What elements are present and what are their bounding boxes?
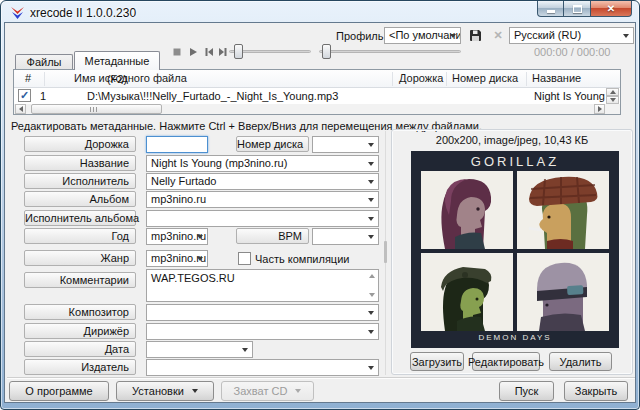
field-label-artist[interactable]: Исполнитель [24, 173, 136, 189]
load-artwork-button[interactable]: Загрузить [410, 352, 464, 371]
title-select[interactable]: Night Is Young (mp3nino.ru) [146, 155, 379, 172]
album-art-subtitle: DEMON DAYS [411, 333, 619, 342]
arrow-right-icon [598, 106, 602, 112]
genre-select[interactable]: mp3nino.ru [146, 250, 208, 267]
compilation-checkbox[interactable] [238, 252, 251, 265]
character-2d [517, 171, 609, 249]
field-label-disc[interactable]: Номер диска [236, 136, 309, 152]
field-label-album[interactable]: Альбом [24, 191, 136, 207]
next-track-button[interactable] [217, 46, 229, 58]
maximize-button[interactable] [564, 1, 590, 17]
column-header-title[interactable]: Название [532, 72, 581, 84]
chevron-down-icon [192, 389, 198, 393]
grip-icon [90, 107, 91, 112]
cd-rip-button: Захват CD [221, 381, 314, 401]
field-label-album-artist[interactable]: Исполнитель альбома [24, 210, 136, 226]
chevron-down-icon [450, 34, 456, 38]
scroll-down-button[interactable] [606, 96, 619, 104]
delete-artwork-button[interactable]: Удалить [549, 352, 612, 371]
composer-select[interactable] [146, 304, 379, 321]
field-label-date[interactable]: Дата [24, 341, 136, 357]
table-row[interactable]: ✓ 1 D:\Музыка\!!!Nelly_Furtado_-_Night_I… [14, 88, 620, 104]
minimize-button[interactable] [537, 1, 564, 17]
language-select[interactable]: Русский (RU) [509, 27, 634, 44]
chevron-down-icon [368, 143, 374, 147]
settings-label: Установки [132, 385, 184, 397]
about-button[interactable]: О программе [9, 381, 109, 401]
profile-label: Профиль [336, 30, 384, 42]
row-title: Night Is Young (mp3nino.ru) [534, 90, 605, 102]
window-controls: ✕ [537, 1, 632, 17]
character-murdoc [421, 171, 513, 249]
app-window: xrecode II 1.0.0.230 ✕ Профиль <По умолч… [0, 0, 640, 410]
column-header-disc[interactable]: Номер диска [452, 72, 518, 84]
horizontal-scrollbar[interactable] [14, 104, 620, 114]
column-header-track[interactable]: Дорожка [399, 72, 443, 84]
date-select[interactable] [146, 341, 253, 358]
disc-select[interactable] [312, 136, 379, 153]
delete-profile-button[interactable]: ✕ [490, 27, 506, 44]
conductor-select[interactable] [146, 323, 379, 340]
previous-track-button[interactable] [203, 46, 215, 58]
save-profile-button[interactable] [467, 27, 484, 44]
close-icon: ✕ [607, 2, 615, 16]
save-icon [469, 29, 482, 42]
stop-button[interactable] [171, 46, 183, 58]
artist-select[interactable]: Nelly Furtado [146, 173, 379, 190]
album-art-title: GORILLAZ [411, 154, 619, 169]
play-button[interactable] [187, 46, 199, 58]
field-label-conductor[interactable]: Дирижёр [24, 323, 136, 339]
scroll-left-button[interactable] [15, 104, 26, 114]
chevron-down-icon [368, 180, 374, 184]
album-art[interactable]: GORILLAZ [411, 151, 619, 348]
chevron-down-icon [242, 348, 248, 352]
column-header-filename[interactable]: Имя исходного файла [74, 72, 187, 84]
publisher-select[interactable] [146, 359, 379, 376]
start-button[interactable]: Пуск [499, 381, 554, 401]
scrollbar-thumb[interactable] [31, 104, 162, 114]
field-label-publisher[interactable]: Издатель [24, 359, 136, 375]
close-app-button[interactable]: Закрыть [564, 381, 628, 401]
column-header-num[interactable]: # [25, 72, 31, 84]
field-label-composer[interactable]: Композитор [24, 304, 136, 320]
character-noodle [421, 253, 513, 331]
volume-slider-thumb[interactable] [322, 44, 331, 59]
edit-artwork-button[interactable]: Редактировать [472, 352, 540, 371]
character-russel [517, 253, 609, 331]
chevron-down-icon [368, 235, 374, 239]
splitter-handle[interactable] [384, 241, 387, 263]
close-button[interactable]: ✕ [590, 1, 632, 17]
comments-textarea[interactable]: WAP.TEGOS.RU [146, 269, 379, 302]
album-artist-select[interactable] [146, 210, 379, 227]
tab-metadata[interactable]: Метаданные (F2) [74, 51, 160, 70]
seek-slider[interactable] [229, 50, 311, 53]
row-filename: D:\Музыка\!!!Nelly_Furtado_-_Night_Is_Yo… [87, 90, 338, 102]
field-label-comments[interactable]: Комментарии [24, 272, 136, 288]
field-label-title[interactable]: Название [24, 155, 136, 171]
year-select[interactable]: mp3nino.ru [146, 228, 208, 245]
bpm-select[interactable] [312, 228, 379, 245]
seek-slider-thumb[interactable] [234, 44, 243, 59]
row-checkbox[interactable]: ✓ [18, 89, 31, 102]
arrow-up-icon[interactable] [369, 274, 375, 278]
column-separator [392, 72, 393, 86]
album-select[interactable]: mp3nino.ru [146, 191, 379, 208]
field-label-genre[interactable]: Жанр [24, 250, 136, 266]
tab-files[interactable]: Файлы (F1) [15, 54, 73, 70]
field-label-bpm[interactable]: BPM [236, 228, 309, 244]
chevron-down-icon [368, 330, 374, 334]
track-input[interactable] [146, 136, 208, 153]
chevron-down-icon [368, 217, 374, 221]
chevron-down-icon [368, 311, 374, 315]
profile-select[interactable]: <По умолчанию> [384, 27, 461, 44]
volume-slider[interactable] [319, 50, 461, 53]
settings-button[interactable]: Установки [116, 381, 214, 401]
arrow-down-icon[interactable] [369, 293, 375, 297]
app-logo-icon [10, 6, 25, 20]
field-label-year[interactable]: Год [24, 228, 136, 244]
field-label-track[interactable]: Дорожка [24, 136, 136, 152]
artwork-info: 200x200, image/jpeg, 10,43 КБ [392, 134, 632, 146]
scroll-right-button[interactable] [594, 104, 605, 114]
column-separator [446, 72, 447, 86]
scroll-up-button[interactable] [606, 88, 619, 96]
